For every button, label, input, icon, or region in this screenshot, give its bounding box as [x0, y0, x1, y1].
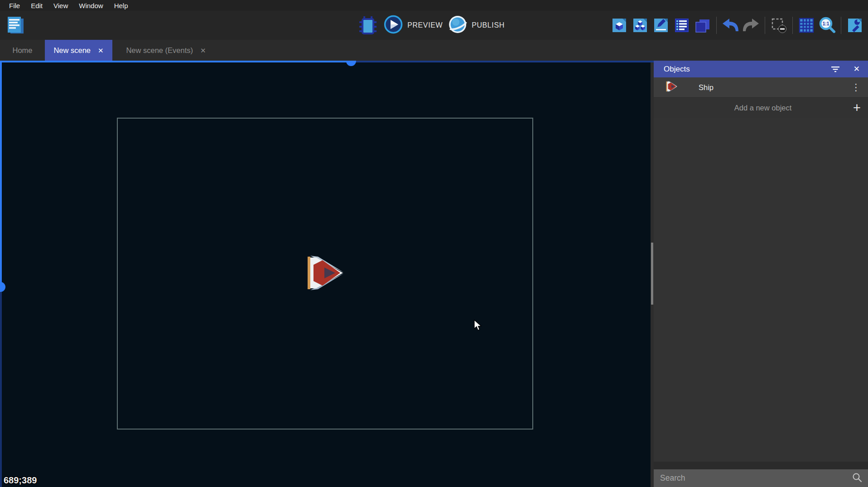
- editor-settings-icon[interactable]: [844, 15, 865, 36]
- left-drawer-line-dim: [0, 287, 2, 487]
- toolbar-center: PREVIEW PUBLISH: [357, 15, 505, 36]
- objects-search-bar: [654, 469, 868, 487]
- toolbar: PREVIEW PUBLISH: [0, 11, 868, 40]
- publish-label: PUBLISH: [472, 21, 505, 29]
- close-icon[interactable]: ✕: [98, 47, 104, 54]
- grid-icon[interactable]: [796, 15, 817, 36]
- preview-button[interactable]: PREVIEW: [384, 15, 443, 36]
- layers-icon[interactable]: [692, 15, 713, 36]
- close-icon[interactable]: ✕: [200, 47, 206, 54]
- objects-panel: Objects ✕: [654, 61, 868, 487]
- close-icon[interactable]: ✕: [854, 64, 860, 74]
- zoom-original-icon[interactable]: 1:1: [817, 15, 838, 36]
- objects-editor-icon[interactable]: [609, 15, 630, 36]
- menu-edit[interactable]: Edit: [25, 2, 48, 10]
- publish-button[interactable]: PUBLISH: [448, 15, 505, 36]
- objects-panel-header: Objects ✕: [654, 61, 868, 77]
- scrollbar-thumb[interactable]: [651, 243, 653, 305]
- plus-icon[interactable]: +: [853, 101, 861, 115]
- top-drawer-line: [0, 61, 351, 62]
- search-input[interactable]: [660, 473, 852, 483]
- object-groups-icon[interactable]: [630, 15, 651, 36]
- redo-button[interactable]: [741, 15, 762, 36]
- toolbar-right: 1:1: [609, 15, 865, 36]
- toolbar-separator: [765, 17, 765, 34]
- editor-tabbar: Home New scene ✕ New scene (Events) ✕: [0, 40, 868, 61]
- debugger-icon[interactable]: [357, 15, 378, 36]
- project-manager-icon[interactable]: [5, 14, 27, 37]
- svg-text:1:1: 1:1: [823, 21, 829, 26]
- menu-file[interactable]: File: [4, 2, 25, 10]
- add-object-row[interactable]: Add a new object +: [654, 98, 868, 118]
- mouse-cursor-icon: [473, 320, 482, 333]
- toolbar-separator: [792, 17, 793, 34]
- object-name: Ship: [699, 83, 851, 92]
- top-drawer-handle[interactable]: [346, 61, 356, 66]
- instances-list-icon[interactable]: [671, 15, 692, 36]
- objects-list-empty-area: [654, 118, 868, 462]
- canvas-scrollbar: [651, 61, 654, 487]
- top-drawer-line-dim: [351, 61, 654, 62]
- menu-view[interactable]: View: [48, 2, 73, 10]
- left-drawer-line: [0, 61, 2, 287]
- scene-canvas[interactable]: 689;389: [0, 61, 654, 487]
- filter-icon[interactable]: [831, 66, 840, 72]
- tab-new-scene[interactable]: New scene ✕: [45, 40, 112, 61]
- cursor-coordinates: 689;389: [4, 475, 37, 486]
- tab-new-scene-events[interactable]: New scene (Events) ✕: [112, 40, 220, 61]
- menu-window[interactable]: Window: [73, 2, 108, 10]
- properties-icon[interactable]: [651, 15, 671, 36]
- preview-label: PREVIEW: [407, 21, 443, 29]
- menubar: File Edit View Window Help: [0, 0, 868, 11]
- panel-bottom-strip: [654, 462, 868, 469]
- object-row-ship[interactable]: Ship ⋮: [654, 77, 868, 98]
- toolbar-separator: [716, 17, 717, 34]
- left-drawer-handle[interactable]: [0, 282, 5, 292]
- add-object-label: Add a new object: [661, 104, 853, 112]
- ship-instance[interactable]: [304, 254, 344, 294]
- ship-thumbnail: [665, 81, 678, 94]
- menu-help[interactable]: Help: [109, 2, 134, 10]
- toolbar-separator: [841, 17, 841, 34]
- play-icon: [384, 15, 403, 36]
- undo-button[interactable]: [720, 15, 741, 36]
- deselect-instances-icon[interactable]: [768, 15, 789, 36]
- tab-home[interactable]: Home: [0, 40, 45, 61]
- publish-globe-icon: [448, 15, 467, 36]
- kebab-menu-icon[interactable]: ⋮: [851, 82, 861, 93]
- search-icon: [852, 472, 863, 485]
- main-area: 689;389 Objects ✕: [0, 61, 868, 487]
- panel-title: Objects: [664, 65, 831, 74]
